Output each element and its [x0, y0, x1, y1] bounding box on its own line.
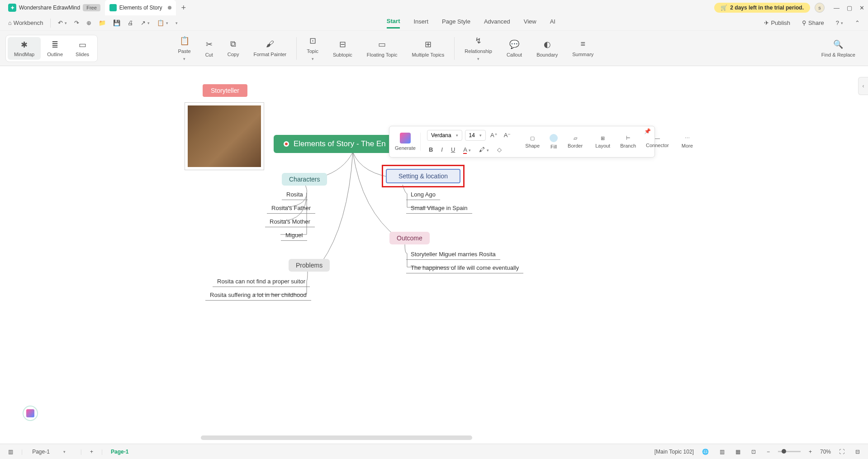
new-tab-button[interactable]: + [176, 3, 192, 13]
copy-ribbon-button[interactable]: ⧉Copy [220, 39, 247, 57]
collapse-ribbon-button[interactable]: ⌃ [852, 18, 863, 28]
globe-button[interactable]: 🌐 [699, 448, 711, 456]
font-size-select[interactable]: 14▾ [465, 130, 486, 141]
trial-badge[interactable]: 🛒 2 days left in the trial period. [714, 3, 810, 13]
more-qat-button[interactable]: ▾ [173, 19, 180, 27]
fullscreen-button[interactable]: ⛶ [836, 448, 847, 456]
more-button[interactable]: ⋯More [678, 135, 697, 148]
layout-button[interactable]: ⊞Layout [592, 135, 614, 148]
floating-topic-button[interactable]: ▭Floating Topic [360, 39, 405, 57]
tab-view[interactable]: View [524, 18, 536, 28]
collapse-button[interactable]: ⊟ [853, 448, 863, 456]
outline-view-button[interactable]: ≣Outline [41, 37, 69, 60]
open-button[interactable]: 📁 [96, 18, 109, 28]
leaf-miguel[interactable]: Miguel [281, 230, 307, 241]
border-button[interactable]: ▱Border [564, 135, 586, 148]
leaf-long-ago[interactable]: Long Ago [406, 189, 440, 200]
zoom-out-button[interactable]: − [764, 448, 773, 456]
publish-button[interactable]: ✈ Publish [761, 18, 793, 28]
topic-button[interactable]: ⊡Topic▾ [299, 36, 326, 61]
export-button[interactable]: ↗ ▾ [138, 18, 152, 28]
summary-button[interactable]: ≡Summary [565, 39, 601, 57]
pages-panel-button[interactable]: ▥ [5, 448, 16, 456]
callout-button[interactable]: 💬Callout [499, 39, 529, 57]
grow-font-button[interactable]: A⁺ [489, 131, 499, 139]
storyteller-node[interactable]: Storyteller [203, 84, 247, 97]
subtopic-button[interactable]: ⊟Subtopic [326, 39, 360, 57]
branch-button[interactable]: ⊢Branch [617, 135, 640, 148]
right-panel-toggle[interactable]: ‹ [858, 77, 868, 95]
fit-button[interactable]: ⊡ [749, 448, 759, 456]
tab-advanced[interactable]: Advanced [484, 18, 510, 28]
connector-button[interactable]: —Connector [642, 135, 673, 148]
page-tab[interactable]: Page-1 [108, 448, 131, 456]
multiple-topics-button[interactable]: ⊞Multiple Topics [404, 39, 451, 57]
page-select[interactable]: Page-1▾ [28, 447, 75, 456]
clear-format-button[interactable]: ◇ [495, 145, 503, 154]
tab-ai[interactable]: AI [550, 18, 555, 28]
record-icon [284, 141, 289, 147]
leaf-rosita[interactable]: Rosita [282, 189, 308, 200]
setting-node[interactable]: Setting & location [386, 169, 460, 183]
slides-view-button[interactable]: ▭Slides [69, 37, 95, 60]
add-page-button[interactable]: + [87, 448, 96, 456]
ai-fab-button[interactable] [23, 406, 38, 421]
find-replace-button[interactable]: 🔍Find & Replace [814, 39, 863, 57]
characters-node[interactable]: Characters [282, 173, 327, 186]
bold-button[interactable]: B [427, 145, 435, 154]
minimize-button[interactable]: — [834, 5, 840, 11]
maximize-button[interactable]: ▢ [847, 5, 852, 11]
shape-button[interactable]: ▢Shape [522, 135, 543, 148]
image-node[interactable] [185, 102, 264, 170]
zoom-in-button[interactable]: + [806, 448, 815, 456]
leaf-suitor[interactable]: Rosita can not find a proper suitor [213, 276, 310, 287]
setting-node-highlighted[interactable]: Setting & location [382, 165, 465, 187]
tab-insert[interactable]: Insert [413, 18, 428, 28]
close-button[interactable]: ✕ [859, 5, 864, 11]
horizontal-scrollbar[interactable] [201, 435, 472, 440]
cut-ribbon-button[interactable]: ✂Cut [198, 39, 220, 57]
tab-start[interactable]: Start [387, 18, 400, 29]
italic-button[interactable]: I [439, 145, 445, 154]
zoom-slider[interactable] [778, 451, 801, 452]
underline-button[interactable]: U [449, 145, 457, 154]
pin-icon[interactable]: 📌 [644, 128, 651, 134]
tab-page-style[interactable]: Page Style [442, 18, 470, 28]
fill-button[interactable]: Fill [546, 134, 561, 149]
leaf-happiness[interactable]: The happiness of life will come eventual… [406, 263, 523, 273]
boundary-button[interactable]: ◐Boundary [529, 39, 565, 57]
canvas[interactable]: Storyteller Elements of Story - The En C… [0, 66, 868, 444]
leaf-rosita-father[interactable]: Rosita's Father [267, 203, 315, 214]
undo-button[interactable]: ↶ ▾ [55, 18, 70, 28]
app-title-tab: ✦ Wondershare EdrawMind Free [4, 0, 105, 15]
home-button[interactable]: ⌂ Workbench [5, 18, 46, 28]
relationship-button[interactable]: ↯Relationship▾ [457, 36, 499, 61]
print-button[interactable]: 🖨 [125, 18, 136, 28]
font-color-button[interactable]: A ▾ [461, 145, 473, 154]
document-tab[interactable]: Elements of Story [105, 0, 176, 15]
leaf-village-spain[interactable]: Small Village in Spain [406, 203, 472, 214]
redo-button[interactable]: ↷ [71, 18, 82, 28]
new-button[interactable]: ⊕ [84, 18, 94, 28]
view1-button[interactable]: ▥ [717, 448, 727, 456]
highlight-button[interactable]: 🖍 ▾ [477, 145, 491, 154]
leaf-marries[interactable]: Storyteller Miguel marries Rosita [406, 249, 500, 260]
shrink-font-button[interactable]: A⁻ [502, 131, 513, 139]
leaf-rosita-mother[interactable]: Rosita's Mother [265, 216, 315, 227]
paste-button[interactable]: 📋 ▾ [154, 18, 171, 28]
paste-ribbon-button[interactable]: 📋Paste▾ [171, 36, 198, 61]
share-button[interactable]: ⚲ Share [799, 18, 827, 28]
save-button[interactable]: 💾 [110, 18, 123, 28]
callout-icon: 💬 [509, 39, 519, 49]
help-button[interactable]: ? ▾ [833, 18, 846, 28]
font-family-select[interactable]: Verdana▾ [427, 130, 462, 141]
mindmap-view-button[interactable]: ✱MindMap [8, 37, 41, 60]
problems-node[interactable]: Problems [289, 259, 330, 272]
view2-button[interactable]: ▦ [733, 448, 743, 456]
user-avatar[interactable]: s [815, 3, 825, 13]
outcome-node[interactable]: Outcome [389, 232, 430, 244]
format-painter-button[interactable]: 🖌Format Painter [246, 39, 294, 57]
central-topic[interactable]: Elements of Story - The En [274, 135, 396, 153]
leaf-suffering[interactable]: Rosita suffering a lot in her childhood [205, 290, 311, 301]
generate-button[interactable]: Generate [395, 133, 421, 151]
